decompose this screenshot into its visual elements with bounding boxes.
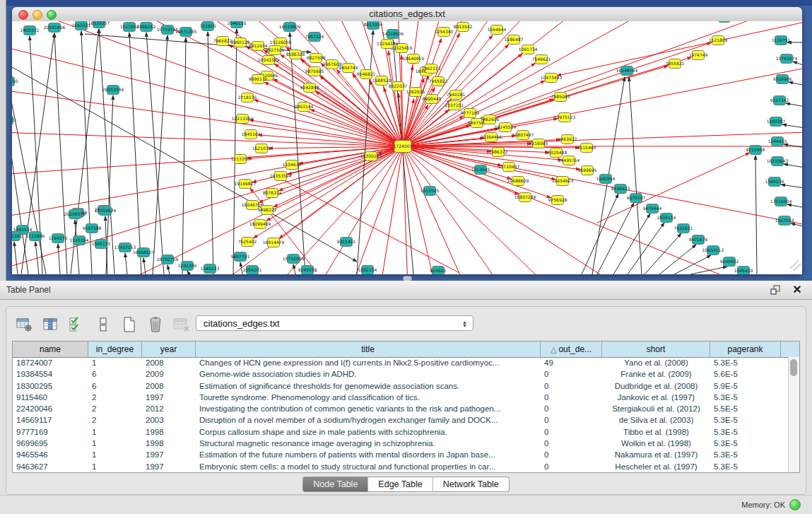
graph-node[interactable]: 1186487 <box>505 35 524 45</box>
graph-node[interactable]: 1505135 <box>92 240 111 249</box>
table-row[interactable]: 969969511998Structural magnetic resonanc… <box>13 438 799 450</box>
graph-node[interactable]: 6679197 <box>627 194 646 203</box>
graph-node[interactable]: 1527602 <box>120 23 139 32</box>
graph-node[interactable]: 9197588 <box>83 224 102 233</box>
graph-node[interactable]: 7625402 <box>238 238 257 247</box>
column-header-in_degree[interactable]: in_degree <box>88 341 142 357</box>
graph-node[interactable]: 2405572 <box>20 26 40 35</box>
graph-node[interactable]: 16548784 <box>616 66 638 76</box>
network-window-titlebar[interactable]: citations_edges.txt <box>12 7 802 22</box>
network-canvas[interactable]: 2405572206914061653321165332571527602646… <box>12 21 802 274</box>
table-scrollbar[interactable] <box>788 357 799 472</box>
graph-node[interactable]: 9699695 <box>578 166 597 175</box>
graph-node[interactable]: 8938923 <box>611 185 630 194</box>
graph-node[interactable]: 7965822 <box>213 37 233 46</box>
table-row[interactable]: 1830029562008Estimation of significance … <box>13 381 799 392</box>
graph-node[interactable]: 12213384 <box>232 115 254 124</box>
graph-node[interactable]: 2107251 <box>445 101 464 110</box>
graph-node[interactable]: 10654112 <box>702 246 724 255</box>
import-table-icon[interactable] <box>173 316 190 333</box>
graph-node[interactable]: 8822037 <box>389 82 408 91</box>
graph-node[interactable]: 8813542 <box>454 23 473 32</box>
table-row[interactable]: 1938455462009Genome-wide association stu… <box>13 369 799 380</box>
graph-node[interactable]: 1602154 <box>358 266 377 275</box>
table-row[interactable]: 1456911722003Disruption of a novel membe… <box>13 415 799 426</box>
graph-node[interactable]: 1119751 <box>772 36 791 45</box>
table-row[interactable]: 946362711997Embryonic stem cells: a mode… <box>13 462 799 473</box>
graph-node[interactable]: 8878334 <box>263 189 282 198</box>
graph-node[interactable]: 6466162 <box>137 23 156 32</box>
graph-node[interactable]: 19654923 <box>552 177 574 186</box>
graph-node[interactable]: 391591 <box>12 232 23 241</box>
close-panel-icon[interactable]: ✕ <box>791 283 804 297</box>
graph-node[interactable]: 1213350 <box>231 155 250 164</box>
graph-node[interactable]: 1974749 <box>689 51 708 60</box>
graph-node[interactable]: 924501 <box>430 267 447 275</box>
graph-node[interactable]: 1115686 <box>26 232 45 241</box>
network-view-window[interactable]: citations_edges.txt 24055722069140616533… <box>12 7 802 274</box>
graph-node[interactable]: 16033809 <box>279 23 301 32</box>
network-graph[interactable]: 2405572206914061653321165332571527602646… <box>12 21 802 274</box>
graph-node[interactable]: 1045410 <box>734 267 753 275</box>
graph-node[interactable]: 15720407 <box>498 163 520 172</box>
graph-node[interactable]: 2184501 <box>715 21 734 23</box>
graph-node[interactable]: 18640910 <box>403 54 425 64</box>
graph-node[interactable]: 9115460 <box>577 144 596 153</box>
graph-node[interactable]: 9463627 <box>558 135 577 144</box>
table-row[interactable]: 946554611997Estimation of the future num… <box>13 450 799 461</box>
graph-node[interactable]: 16099489 <box>249 220 271 229</box>
float-panel-icon[interactable] <box>770 285 781 295</box>
graph-node[interactable]: 19166827 <box>235 180 257 189</box>
graph-node[interactable]: 9474444 <box>643 204 662 214</box>
graph-node[interactable]: 9245013 <box>298 266 317 275</box>
graph-node[interactable]: 16671385 <box>175 28 197 37</box>
graph-node[interactable]: 16533257 <box>88 21 110 28</box>
graph-node[interactable]: 1292346 <box>178 262 197 271</box>
graph-node[interactable]: 8216085 <box>529 139 548 148</box>
graph-node[interactable]: 7857224 <box>305 33 324 42</box>
delete-table-icon[interactable] <box>147 316 164 333</box>
tab-node-table[interactable]: Node Table <box>302 477 368 492</box>
tab-edge-table[interactable]: Edge Table <box>368 477 433 492</box>
tab-network-table[interactable]: Network Table <box>433 477 510 492</box>
graph-node[interactable]: 8960128 <box>231 38 250 47</box>
column-header-title[interactable]: title <box>196 341 541 357</box>
table-selector-dropdown[interactable]: citations_edges.txt ▲▼ <box>196 315 473 331</box>
column-header-short[interactable]: short <box>602 341 710 357</box>
graph-node[interactable]: 9756928 <box>548 196 567 205</box>
graph-node[interactable]: 8813054 <box>364 21 383 30</box>
graph-node[interactable]: 1091734 <box>519 45 538 54</box>
graph-node[interactable]: 1254340 <box>435 28 454 37</box>
graph-node[interactable]: 17359924 <box>95 206 117 216</box>
table-row[interactable]: 977716911998Corpus callosum shape and si… <box>13 427 799 438</box>
graph-node[interactable]: 7940281 <box>447 90 466 100</box>
table-row[interactable]: 911546021997Tourette syndrome. Phenomeno… <box>13 392 799 404</box>
graph-node[interactable]: 9245652 <box>720 257 739 267</box>
graph-node[interactable]: 1294275 <box>49 234 68 243</box>
graph-node[interactable]: 1621070 <box>252 144 271 153</box>
graph-node[interactable]: 2718176 <box>238 93 257 103</box>
graph-node[interactable]: 7549621 <box>532 55 551 64</box>
graph-node[interactable]: 20691406 <box>44 23 66 33</box>
table-row[interactable]: 2242004622012Investigating the contribut… <box>13 404 799 415</box>
graph-node[interactable]: 18245534 <box>495 123 517 132</box>
graph-node[interactable]: 16353594 <box>270 172 292 181</box>
graph-node[interactable]: 1654644 <box>488 25 507 35</box>
graph-node[interactable]: 14495764 <box>558 156 580 165</box>
graph-node[interactable]: 7955821 <box>666 59 685 69</box>
memory-status-indicator[interactable] <box>789 499 801 510</box>
graph-node[interactable]: 2046110 <box>228 21 247 28</box>
graph-node[interactable]: 29053346 <box>102 86 124 95</box>
new-table-icon[interactable] <box>121 316 138 333</box>
show-columns-icon[interactable] <box>42 316 59 333</box>
graph-node[interactable]: 2053010 <box>12 77 18 86</box>
graph-node[interactable]: 16782759 <box>157 255 179 264</box>
graph-node[interactable]: 16958107 <box>133 248 155 257</box>
graph-node[interactable]: 1513645 <box>471 165 490 175</box>
graph-node[interactable]: 9498222 <box>258 206 277 215</box>
row-height-icon[interactable] <box>95 316 112 333</box>
graph-node[interactable]: 14218506 <box>382 30 404 39</box>
table-scrollbar-thumb[interactable] <box>790 359 797 376</box>
column-header-out_de[interactable]: △out_de... <box>541 341 602 357</box>
graph-node[interactable]: 8471676 <box>689 235 708 245</box>
